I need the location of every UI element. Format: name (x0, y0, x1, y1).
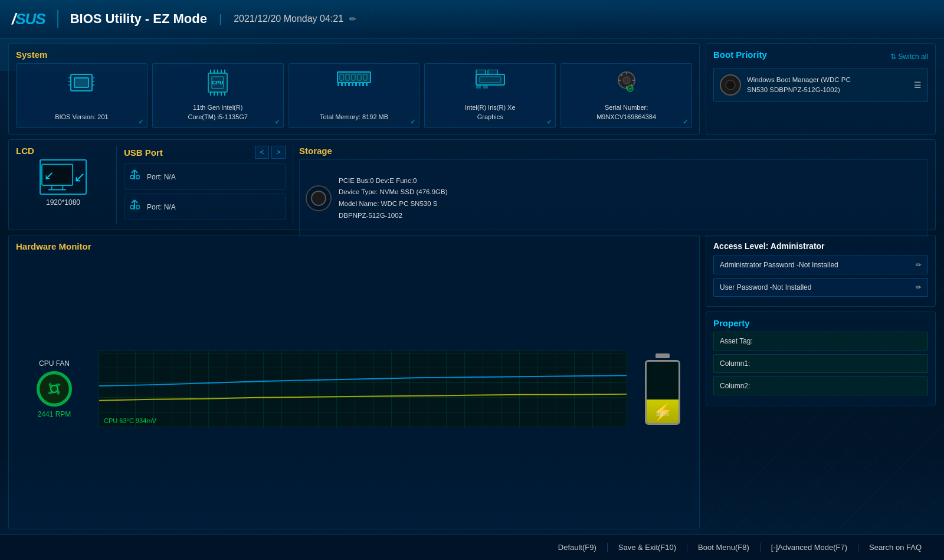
svg-point-51 (130, 175, 134, 179)
svg-rect-22 (340, 74, 343, 80)
bios-version-text: BIOS Version: 201 (55, 113, 109, 122)
footer-save-exit[interactable]: Save & Exit(F10) (608, 543, 687, 552)
svg-rect-46 (44, 166, 71, 183)
usb-prev-button[interactable]: < (255, 146, 269, 159)
asus-logo: /SUS (12, 10, 45, 28)
hw-monitor-label: Hardware Monitor (16, 241, 692, 251)
access-section: Access Level: Administrator Administrato… (706, 235, 936, 307)
battery-panel: ⚡ 38% (633, 353, 692, 425)
battery-body: ⚡ 38% (645, 360, 680, 425)
svg-point-43 (623, 77, 630, 84)
footer-search-faq[interactable]: Search on FAQ (858, 543, 932, 552)
boot-disk-icon (720, 74, 741, 96)
svg-rect-28 (341, 83, 343, 86)
cpu-card-arrow: ↙ (275, 118, 280, 125)
lcd-resolution: 1920*1080 (16, 198, 110, 207)
user-edit-icon[interactable]: ✏ (916, 283, 922, 292)
switch-all-button[interactable]: ⇅ Switch all (890, 53, 928, 61)
access-level-label: Level: (745, 241, 771, 251)
cpu-fan-label: CPU FAN (39, 359, 70, 368)
memory-card-arrow: ↙ (411, 118, 415, 125)
svg-point-56 (51, 385, 58, 392)
property-column2[interactable]: Column2: (713, 376, 928, 395)
user-password-item[interactable]: User Password -Not Installed ✏ (713, 278, 928, 297)
serial-card-arrow: ↙ (683, 118, 688, 125)
gpu-card[interactable]: Intel(R) Iris(R) XeGraphics ↙ (424, 63, 556, 128)
svg-rect-32 (355, 83, 357, 86)
user-password-text: User Password -Not Installed (720, 283, 811, 292)
serial-text: Serial Number:M9NXCV169864384 (596, 103, 656, 122)
battery-percent: 38% (647, 410, 678, 417)
storage-label: Storage (299, 146, 928, 156)
svg-rect-27 (337, 83, 339, 86)
footer-boot-menu[interactable]: Boot Menu(F8) (687, 543, 761, 552)
header-title: BIOS Utility - EZ Mode (70, 11, 207, 27)
edit-icon[interactable]: ✏ (349, 14, 356, 24)
cpu-icon: CPU (204, 70, 232, 98)
cpu-card[interactable]: CPU (152, 63, 284, 128)
usb-port-0-text: Port: N/A (147, 173, 176, 181)
bios-card[interactable]: BIOS Version: 201 ↙ (16, 63, 148, 128)
cpu-fan-panel: CPU FAN 2441 RPM (16, 359, 93, 418)
boot-item-0[interactable]: Windows Boot Manager (WDC PC SN530 SDBPN… (713, 68, 928, 102)
access-header: Access Level: Administrator (713, 241, 928, 251)
admin-edit-icon[interactable]: ✏ (916, 261, 922, 269)
svg-rect-24 (352, 74, 355, 80)
svg-rect-39 (480, 77, 501, 83)
svg-rect-31 (352, 83, 353, 86)
hw-monitor-section: Hardware Monitor CPU FAN (8, 235, 700, 529)
property-label: Property (713, 318, 928, 328)
boot-menu-icon[interactable]: ☰ (914, 80, 922, 90)
svg-rect-35 (366, 83, 368, 86)
property-column1[interactable]: Column1: (713, 354, 928, 373)
usb-panel: USB Port < > (116, 146, 293, 224)
footer-advanced-mode[interactable]: [-]Advanced Mode(F7) (761, 543, 858, 552)
storage-item-0: PCIE Bus:0 Dev:E Func:0 Device Type: NVM… (299, 159, 928, 237)
storage-item-text: PCIE Bus:0 Dev:E Func:0 Device Type: NVM… (339, 175, 448, 221)
lcd-label: LCD (16, 146, 110, 156)
memory-icon (336, 70, 372, 89)
svg-point-53 (130, 205, 134, 209)
usb-label: USB Port (124, 148, 163, 158)
svg-rect-26 (363, 74, 367, 80)
admin-password-item[interactable]: Administrator Password -Not Installed ✏ (713, 256, 928, 274)
mid-section: LCD 1920*1080 (8, 139, 936, 230)
property-section: Property Asset Tag: Column1: Column2: (706, 312, 936, 405)
bios-card-arrow: ↙ (139, 118, 143, 125)
cpu-text: 11th Gen Intel(R)Core(TM) i5-1135G7 (188, 103, 247, 122)
svg-rect-29 (345, 83, 346, 86)
fan-icon (37, 371, 72, 407)
usb-port-1-text: Port: N/A (147, 203, 176, 211)
svg-rect-1 (74, 78, 88, 87)
svg-rect-30 (348, 83, 350, 86)
access-label: Access (713, 241, 742, 251)
header-divider (57, 10, 58, 28)
header-separator: | (219, 12, 222, 26)
fan-rpm: 2441 RPM (38, 410, 71, 418)
system-cards: BIOS Version: 201 ↙ CPU (16, 63, 692, 128)
memory-text: Total Memory: 8192 MB (320, 113, 388, 122)
chart-temp-label: CPU 63°C 934mV (104, 417, 156, 424)
svg-rect-54 (136, 205, 139, 209)
boot-priority-label: Boot Priority (713, 50, 767, 60)
system-label: System (16, 50, 692, 60)
memory-card[interactable]: Total Memory: 8192 MB ↙ (289, 63, 420, 128)
lcd-panel: LCD 1920*1080 (16, 146, 110, 224)
serial-card[interactable]: Serial Number:M9NXCV169864384 ↙ (560, 63, 692, 128)
svg-rect-33 (359, 83, 360, 86)
svg-rect-25 (358, 74, 361, 80)
chart-panel: CPU 63°C 934mV (99, 351, 627, 427)
svg-rect-23 (346, 74, 349, 80)
system-section: System (8, 43, 700, 135)
property-asset-tag[interactable]: Asset Tag: (713, 332, 928, 351)
usb-next-button[interactable]: > (271, 146, 286, 159)
svg-rect-38 (488, 70, 497, 74)
header-datetime: 2021/12/20 Monday 04:21 (234, 14, 343, 24)
lcd-icon (40, 159, 87, 195)
header: /SUS BIOS Utility - EZ Mode | 2021/12/20… (0, 0, 944, 38)
gpu-icon (475, 70, 506, 91)
footer-default[interactable]: Default(F9) (548, 543, 608, 552)
svg-rect-40 (476, 85, 481, 89)
battery-tip (655, 353, 670, 358)
svg-rect-52 (136, 175, 139, 179)
